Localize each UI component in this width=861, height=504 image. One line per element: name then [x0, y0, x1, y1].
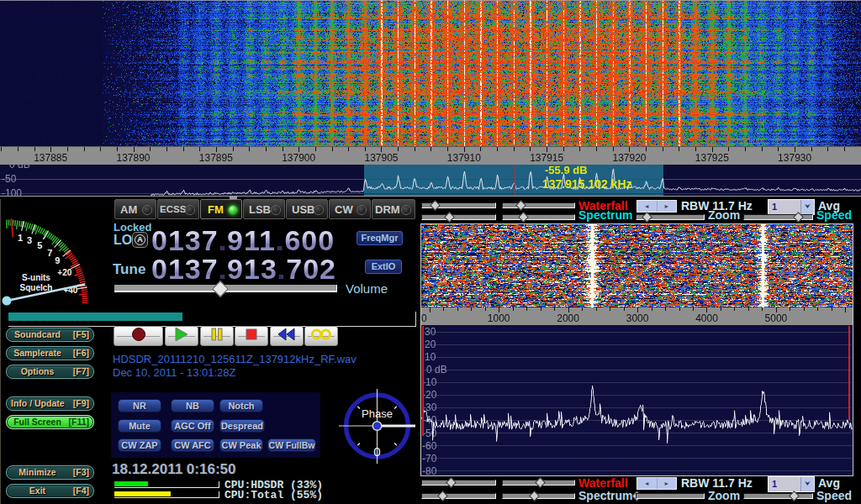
svg-text:5: 5 [37, 240, 42, 250]
svg-text:7: 7 [47, 248, 52, 258]
svg-text:3: 3 [27, 235, 32, 245]
svg-text:9: 9 [55, 255, 60, 265]
svg-text:S-units: S-units [22, 273, 50, 282]
svg-text:+20: +20 [57, 268, 71, 277]
svg-text:Phase: Phase [362, 407, 393, 420]
svg-text:0: 0 [373, 444, 380, 459]
svg-text:Squelch: Squelch [20, 283, 53, 292]
svg-text:1: 1 [18, 233, 23, 243]
